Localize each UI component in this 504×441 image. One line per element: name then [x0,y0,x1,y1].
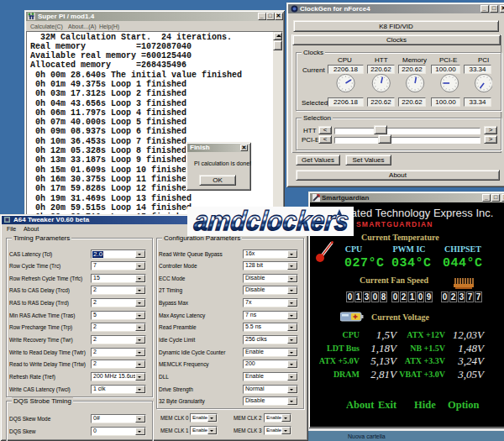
svg-text:amdclockers: amdclockers [192,207,350,236]
